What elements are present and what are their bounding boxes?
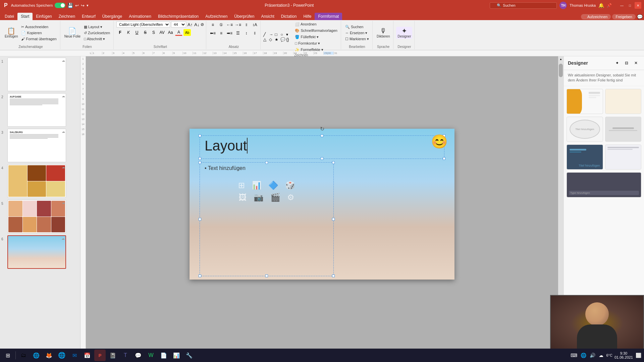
ersetzen-button[interactable]: ↔ Ersetzen ▾ (344, 30, 370, 36)
taskbar-app-extra[interactable]: 🔧 (183, 350, 195, 361)
abschnitt-button[interactable]: □ Abschnitt ▾ (83, 36, 111, 42)
kopieren-button[interactable]: 📄 Kopieren (20, 30, 58, 36)
taskbar-edge[interactable]: 🌐 (31, 350, 42, 361)
bullet-list-button[interactable]: ≡ (209, 21, 216, 28)
shape-more[interactable]: ▾ (286, 32, 291, 37)
shape-bracket[interactable]: {} (286, 37, 291, 42)
taskbar-chrome[interactable]: 🌐 (56, 350, 67, 361)
title-textbox[interactable]: ↻ Layout (200, 135, 444, 159)
shape-circle[interactable]: ○ (280, 32, 286, 37)
tab-formformat[interactable]: Formformat (315, 13, 342, 20)
scroll-thumb[interactable] (559, 64, 563, 77)
taskbar-notepad[interactable]: 📄 (158, 350, 169, 361)
shape-triangle[interactable]: △ (263, 37, 269, 42)
schnellformat-button[interactable]: 🎨 Schnellformatvorlagen (293, 28, 339, 34)
tab-start[interactable]: Start (17, 13, 33, 20)
content-text[interactable]: • Text hinzufügen (200, 163, 333, 174)
content-resize-bl[interactable] (199, 275, 201, 277)
font-size-select[interactable]: 44 (171, 21, 186, 27)
tab-einfuegen[interactable]: Einfügen (33, 13, 55, 20)
font-color-button[interactable]: A (175, 29, 182, 36)
content-resize-bc[interactable] (265, 275, 268, 277)
freigeben-button[interactable]: Freigeben (612, 14, 636, 19)
tab-ueberpruefen[interactable]: Überprüfen (231, 13, 258, 20)
case-button[interactable]: Aa (167, 29, 174, 36)
resize-bc[interactable] (321, 157, 323, 160)
content-resize-tc[interactable] (265, 161, 268, 164)
taskbar-onenote[interactable]: 📓 (107, 350, 118, 361)
tray-speaker-icon[interactable]: 🔊 (589, 352, 596, 359)
designer-magic-icon[interactable]: ✦ (613, 59, 621, 67)
align-left-button[interactable]: ⬅≡ (209, 30, 216, 37)
minimize-button[interactable]: — (619, 2, 625, 9)
notifications-icon[interactable]: 🔔 (598, 3, 604, 8)
spacing-button[interactable]: AV (158, 29, 166, 36)
designer-button[interactable]: ✦ Designer (396, 27, 412, 39)
tab-ansicht[interactable]: Ansicht (258, 13, 277, 20)
increase-font-icon[interactable]: A↑ (187, 22, 193, 27)
maximize-button[interactable]: □ (627, 2, 633, 9)
einfuegen-button[interactable]: 📋 Einfügen (3, 27, 19, 39)
tab-animationen[interactable]: Animationen (125, 13, 155, 20)
tray-network-icon[interactable]: 🌐 (580, 352, 587, 359)
slide-thumbnail-2[interactable]: 2 AUFGABE ☁ (1, 93, 79, 127)
undo-icon[interactable]: ↩ (75, 3, 79, 8)
insert-photo-icon[interactable]: 📷 (254, 193, 264, 202)
insert-3d-icon[interactable]: 🎲 (285, 181, 295, 190)
save-icon[interactable]: 💾 (67, 3, 73, 8)
tray-weather-icon[interactable]: ☁ (598, 352, 604, 359)
decrease-font-icon[interactable]: A↓ (194, 22, 200, 27)
taskbar-skype[interactable]: 💬 (132, 350, 144, 361)
underline-button[interactable]: U (133, 29, 141, 36)
bold-button[interactable]: F (116, 29, 124, 36)
format-uebertragen-button[interactable]: 🖌 Format übertragen (20, 36, 58, 42)
tab-dictation[interactable]: Dictation (278, 13, 300, 20)
autosave-toggle[interactable] (55, 3, 65, 8)
shape-arrow[interactable]: → (269, 32, 274, 37)
indent-less-button[interactable]: ←≡ (226, 21, 233, 28)
ribbon-pin-icon[interactable]: 📌 (607, 3, 612, 8)
clear-format-icon[interactable]: ⊘ (201, 22, 204, 27)
insert-image-icon[interactable]: 🖼 (239, 193, 247, 202)
slide-thumbnail-1[interactable]: 1 ☁ (1, 58, 79, 91)
highlight-button[interactable]: Ab (183, 29, 191, 36)
neue-folie-button[interactable]: 📄 Neue Folie (63, 27, 82, 39)
content-resize-ml[interactable] (199, 218, 201, 221)
taskbar-teams[interactable]: T (120, 350, 131, 361)
tab-uebergaenge[interactable]: Übergänge (99, 13, 125, 20)
taskbar-calendar[interactable]: 📅 (82, 350, 93, 361)
ausschneiden-button[interactable]: ✂ Ausschneiden (20, 24, 58, 30)
design-thumb-3[interactable]: Titel hinzufügen (567, 117, 603, 142)
insert-table-icon[interactable]: ⊞ (238, 181, 245, 190)
emoji-decoration[interactable]: 😊 (431, 134, 448, 149)
shadow-button[interactable]: S (150, 29, 157, 36)
aufzeichnen-button[interactable]: ● Aufzeichnen (581, 14, 611, 19)
content-resize-tr[interactable] (332, 161, 335, 164)
tab-zeichnen[interactable]: Zeichnen (55, 13, 78, 20)
content-textbox[interactable]: • Text hinzufügen ⊞ 📊 🔷 🎲 🖼 📷 🎬 ⚙ (200, 162, 334, 276)
columns-button[interactable]: ⫴ (243, 21, 250, 28)
shape-line[interactable]: ╱ (263, 32, 269, 37)
numbered-list-button[interactable]: ① (217, 21, 225, 28)
design-thumb-2[interactable] (605, 89, 642, 114)
text-direction-button[interactable]: ↕A (251, 21, 258, 28)
taskbar-outlook[interactable]: ✉ (69, 350, 80, 361)
tab-hilfe[interactable]: Hilfe (300, 13, 315, 20)
tab-bildschirm[interactable]: Bildschirmpräsentation (155, 13, 202, 20)
designer-collapse-button[interactable]: ⊟ (623, 59, 631, 67)
taskbar-explorer[interactable]: 🗂 (18, 350, 29, 361)
resize-bl[interactable] (199, 157, 201, 160)
tab-entwurf[interactable]: Entwurf (78, 13, 99, 20)
comment-icon[interactable]: 💬 (637, 14, 644, 19)
close-button[interactable]: ✕ (635, 2, 641, 9)
design-thumb-4[interactable] (605, 117, 642, 142)
layout-button[interactable]: ▦ Layout ▾ (83, 24, 111, 30)
resize-tc[interactable] (321, 134, 323, 137)
shape-diamond[interactable]: ◇ (269, 37, 274, 42)
formkontur-button[interactable]: □ Formkontur ▾ (293, 41, 339, 46)
shape-callout[interactable]: 💬 (280, 37, 286, 42)
fuelleffekt-button[interactable]: 🪣 Fülleffekt ▾ (293, 34, 339, 40)
line-spacing-button[interactable]: ↕ (243, 30, 250, 37)
slide-thumbnail-5[interactable]: 5 ☁ (1, 200, 79, 233)
zuruecksetzen-button[interactable]: ↺ Zurücksetzen (83, 30, 111, 36)
